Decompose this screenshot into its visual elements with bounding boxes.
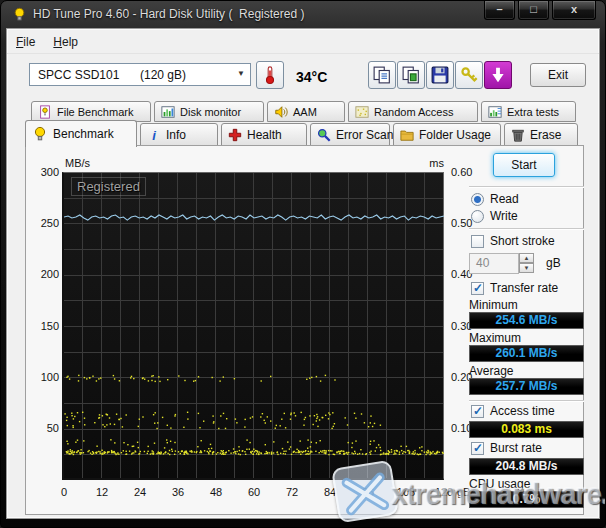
speaker-icon xyxy=(274,105,288,119)
tab-error-scan[interactable]: Error Scan xyxy=(310,123,390,146)
access-time-checkbox[interactable]: Access time xyxy=(471,404,555,418)
read-label: Read xyxy=(490,192,519,206)
maximum-label: Maximum xyxy=(469,331,521,345)
transfer-rate-label: Transfer rate xyxy=(490,281,558,295)
copy-icon xyxy=(373,66,391,84)
tab-label: Random Access xyxy=(374,106,453,118)
read-radio[interactable]: Read xyxy=(471,192,519,206)
separator xyxy=(469,228,584,230)
burst-rate-checkbox[interactable]: Burst rate xyxy=(471,441,542,455)
random-access-icon xyxy=(355,105,369,119)
registered-watermark: Registered xyxy=(71,177,146,196)
window-controls: – □ x xyxy=(481,1,596,20)
separator xyxy=(469,400,584,402)
short-stroke-size-value: 40 xyxy=(476,256,489,270)
tab-label: File Benchmark xyxy=(57,106,133,118)
start-button[interactable]: Start xyxy=(493,153,555,177)
checkbox-checked-icon xyxy=(471,282,484,295)
tab-label: Info xyxy=(166,128,186,142)
title-bar[interactable]: HD Tune Pro 4.60 - Hard Disk Utility ( R… xyxy=(1,1,605,28)
radio-unchecked-icon xyxy=(471,210,484,223)
minimum-value: 254.6 MB/s xyxy=(469,312,584,329)
svg-text:i: i xyxy=(152,128,156,142)
stepper-down-icon[interactable]: ▼ xyxy=(519,263,534,273)
download-button[interactable] xyxy=(484,61,512,89)
access-time-label: Access time xyxy=(490,404,555,418)
maximize-button[interactable]: □ xyxy=(518,1,549,20)
short-stroke-size-field[interactable]: 40 xyxy=(469,253,519,274)
maximum-value: 260.1 MB/s xyxy=(469,345,584,362)
tab-random-access[interactable]: Random Access xyxy=(348,101,478,122)
folder-icon xyxy=(400,128,414,142)
site-watermark: xtremehardware.it xyxy=(391,478,606,511)
bulb-icon xyxy=(12,7,27,22)
transfer-rate-checkbox[interactable]: Transfer rate xyxy=(471,281,558,295)
tab-label: Benchmark xyxy=(53,127,114,141)
extra-tests-icon xyxy=(488,105,502,119)
minimize-button[interactable]: – xyxy=(484,1,515,20)
tab-label: Health xyxy=(247,128,282,142)
tab-label: Disk monitor xyxy=(180,106,241,118)
checkbox-checked-icon xyxy=(471,442,484,455)
save-button[interactable] xyxy=(426,61,454,89)
tab-file-benchmark[interactable]: File Benchmark xyxy=(31,101,151,122)
axis-tick: 0.60 xyxy=(451,166,483,178)
keys-button[interactable] xyxy=(455,61,483,89)
info-icon: i xyxy=(147,128,161,142)
copy-button[interactable] xyxy=(368,61,396,89)
short-stroke-label: Short stroke xyxy=(490,234,555,248)
window-title: HD Tune Pro 4.60 - Hard Disk Utility ( R… xyxy=(33,7,304,21)
disk-monitor-icon xyxy=(161,105,175,119)
trash-icon xyxy=(511,128,525,142)
tab-folder-usage[interactable]: Folder Usage xyxy=(393,123,501,146)
copy-image-button[interactable] xyxy=(397,61,425,89)
tab-aam[interactable]: AAM xyxy=(267,101,345,122)
exit-button[interactable]: Exit xyxy=(530,63,586,87)
axis-tick: 60 xyxy=(241,486,267,498)
tab-benchmark[interactable]: Benchmark xyxy=(25,120,137,147)
write-label: Write xyxy=(490,209,518,223)
keys-icon xyxy=(460,66,478,84)
tab-info[interactable]: iInfo xyxy=(140,123,218,146)
close-button[interactable]: x xyxy=(552,1,596,20)
axis-tick: 24 xyxy=(127,486,153,498)
copy-image-icon xyxy=(402,66,420,84)
axis-tick: 12 xyxy=(89,486,115,498)
tab-disk-monitor[interactable]: Disk monitor xyxy=(154,101,264,122)
burst-rate-value: 204.8 MB/s xyxy=(469,458,584,475)
magnifier-icon xyxy=(317,128,331,142)
short-stroke-stepper[interactable]: ▲ ▼ xyxy=(519,253,534,274)
x-logo-icon xyxy=(333,462,397,526)
stepper-up-icon[interactable]: ▲ xyxy=(519,253,534,263)
y-right-axis-label: ms xyxy=(417,157,444,169)
average-value: 257.7 MB/s xyxy=(469,378,584,395)
axis-tick: 100 xyxy=(32,371,59,383)
tab-erase[interactable]: Erase xyxy=(504,123,578,146)
y-left-axis-label: MB/s xyxy=(65,157,90,169)
axis-tick: 0 xyxy=(51,486,77,498)
menu-help[interactable]: Help xyxy=(44,32,87,52)
menu-file[interactable]: File xyxy=(7,32,44,52)
save-icon xyxy=(431,66,449,84)
health-icon xyxy=(228,128,242,142)
tab-health[interactable]: Health xyxy=(221,123,307,146)
axis-tick: 50 xyxy=(32,422,59,434)
minimum-label: Minimum xyxy=(469,298,518,312)
axis-tick: 72 xyxy=(279,486,305,498)
download-icon xyxy=(489,66,507,84)
checkbox-unchecked-icon xyxy=(471,235,484,248)
short-stroke-checkbox[interactable]: Short stroke xyxy=(471,234,555,248)
file-benchmark-icon xyxy=(38,105,52,119)
tab-label: Extra tests xyxy=(507,106,559,118)
drive-select[interactable]: SPCC SSD101 (120 gB) ▼ xyxy=(29,63,251,86)
burst-rate-label: Burst rate xyxy=(490,441,542,455)
drive-name: SPCC SSD101 xyxy=(38,68,119,82)
access-time-value: 0.083 ms xyxy=(469,421,584,438)
app-window: HD Tune Pro 4.60 - Hard Disk Utility ( R… xyxy=(0,0,606,528)
menu-bar: FileHelp xyxy=(7,30,599,54)
write-radio[interactable]: Write xyxy=(471,209,518,223)
axis-tick: 48 xyxy=(203,486,229,498)
tab-extra-tests[interactable]: Extra tests xyxy=(481,101,576,122)
temperature-button[interactable] xyxy=(256,61,284,89)
short-stroke-unit: gB xyxy=(546,256,561,270)
